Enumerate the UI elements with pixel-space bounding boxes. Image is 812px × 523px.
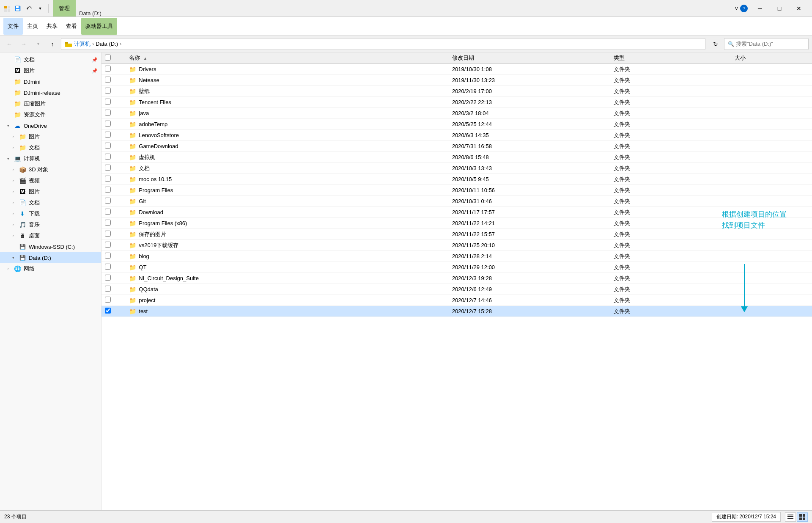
row-checkbox-cell[interactable]	[102, 119, 126, 130]
row-checkbox-cell[interactable]	[102, 64, 126, 75]
sidebar-item-pics[interactable]: 🖼 图片 📌	[0, 65, 101, 76]
row-checkbox-cell[interactable]	[102, 97, 126, 108]
table-row[interactable]: 📁 blog 2020/11/28 2:14 文件夹	[102, 251, 812, 262]
table-row[interactable]: 📁 NI_Circuit_Design_Suite 2020/12/3 19:2…	[102, 273, 812, 284]
row-checkbox-cell[interactable]	[102, 218, 126, 229]
row-checkbox[interactable]	[105, 209, 111, 215]
view-large-icons-btn[interactable]	[797, 512, 808, 522]
row-checkbox-cell[interactable]	[102, 86, 126, 97]
table-row[interactable]: 📁 壁纸 2020/2/19 17:00 文件夹	[102, 86, 812, 97]
row-checkbox[interactable]	[105, 198, 111, 204]
table-row[interactable]: 📁 adobeTemp 2020/5/25 12:44 文件夹	[102, 119, 812, 130]
search-input[interactable]	[736, 41, 805, 47]
sidebar-item-djmini-release[interactable]: 📁 DJmini-release	[0, 87, 101, 98]
row-checkbox-cell[interactable]	[102, 196, 126, 207]
sidebar-item-desktop[interactable]: › 🖥 桌面	[0, 230, 101, 241]
row-checkbox[interactable]	[105, 110, 111, 116]
row-checkbox-cell[interactable]	[102, 295, 126, 306]
table-row[interactable]: 📁 LenovoSoftstore 2020/6/3 14:35 文件夹	[102, 130, 812, 141]
refresh-btn[interactable]: ↻	[710, 38, 721, 50]
table-row[interactable]: 📁 Program Files 2020/10/11 10:56 文件夹	[102, 185, 812, 196]
sidebar-item-windows-ssd[interactable]: 💾 Windows-SSD (C:)	[0, 241, 101, 252]
table-row[interactable]: 📁 Netease 2019/11/30 13:23 文件夹	[102, 75, 812, 86]
row-checkbox[interactable]	[105, 242, 111, 248]
row-checkbox[interactable]	[105, 253, 111, 259]
sidebar-item-onedrive[interactable]: ▾ ☁ OneDrive	[0, 120, 101, 131]
col-header-checkbox[interactable]	[102, 52, 126, 64]
down-btn[interactable]: ▾	[32, 38, 44, 50]
col-header-type[interactable]: 类型	[610, 52, 731, 64]
table-row[interactable]: 📁 moc os 10.15 2020/10/5 9:45 文件夹	[102, 174, 812, 185]
row-checkbox-cell[interactable]	[102, 130, 126, 141]
sidebar-item-document[interactable]: › 📄 文档	[0, 197, 101, 208]
table-row[interactable]: 📁 Download 2020/11/17 17:57 文件夹	[102, 207, 812, 218]
path-drive[interactable]: Data (D:)	[96, 41, 118, 47]
row-checkbox[interactable]	[105, 154, 111, 160]
row-checkbox-cell[interactable]	[102, 273, 126, 284]
quick-access-save[interactable]	[13, 3, 23, 14]
view-details-btn[interactable]	[785, 512, 796, 522]
table-row[interactable]: 📁 QQdata 2020/12/6 12:49 文件夹	[102, 284, 812, 295]
search-box[interactable]: 🔍	[724, 38, 809, 50]
row-checkbox[interactable]	[105, 99, 111, 105]
row-checkbox[interactable]	[105, 220, 111, 226]
row-checkbox[interactable]	[105, 176, 111, 182]
row-checkbox[interactable]	[105, 132, 111, 138]
col-header-name[interactable]: 名称 ▲	[126, 52, 449, 64]
tab-manage[interactable]: 管理	[53, 0, 76, 17]
table-row[interactable]: 📁 Tencent Files 2020/2/22 22:13 文件夹	[102, 97, 812, 108]
row-checkbox[interactable]	[105, 187, 111, 193]
sidebar-item-resources[interactable]: 📁 资源文件	[0, 109, 101, 120]
row-checkbox[interactable]	[105, 77, 111, 83]
row-checkbox[interactable]	[105, 264, 111, 270]
table-row[interactable]: 📁 project 2020/12/7 14:46 文件夹	[102, 295, 812, 306]
row-checkbox-cell[interactable]	[102, 185, 126, 196]
row-checkbox-cell[interactable]	[102, 174, 126, 185]
row-checkbox-cell[interactable]	[102, 163, 126, 174]
row-checkbox[interactable]	[105, 308, 111, 314]
row-checkbox-cell[interactable]	[102, 108, 126, 119]
table-row[interactable]: 📁 Drivers 2019/10/30 1:08 文件夹	[102, 64, 812, 75]
close-btn[interactable]: ✕	[789, 0, 809, 17]
minimize-btn[interactable]: ─	[750, 0, 770, 17]
maximize-btn[interactable]: □	[770, 0, 789, 17]
table-row[interactable]: 📁 QT 2020/11/29 12:00 文件夹	[102, 262, 812, 273]
quick-access-undo[interactable]	[25, 3, 35, 14]
row-checkbox[interactable]	[105, 286, 111, 292]
row-checkbox-cell[interactable]	[102, 240, 126, 251]
qat-dropdown[interactable]: ▼	[36, 5, 44, 12]
sidebar-item-docs[interactable]: 📄 文档 📌	[0, 54, 101, 65]
sidebar-item-djmini[interactable]: 📁 DJmini	[0, 76, 101, 87]
row-checkbox-cell[interactable]	[102, 152, 126, 163]
ribbon-tab-view[interactable]: 查看	[62, 18, 81, 35]
ribbon-tab-share[interactable]: 共享	[42, 18, 62, 35]
ribbon-tab-home[interactable]: 主页	[23, 18, 42, 35]
sidebar-item-network[interactable]: › 🌐 网络	[0, 263, 101, 274]
col-header-date[interactable]: 修改日期	[449, 52, 610, 64]
row-checkbox-cell[interactable]	[102, 284, 126, 295]
sidebar-item-computer[interactable]: ▾ 💻 计算机	[0, 153, 101, 164]
table-row[interactable]: 📁 GameDownload 2020/7/31 16:58 文件夹	[102, 141, 812, 152]
up-btn[interactable]: ↑	[47, 38, 58, 50]
table-row[interactable]: 📁 java 2020/3/2 18:04 文件夹	[102, 108, 812, 119]
help-btn[interactable]: ∨ ?	[732, 0, 750, 17]
table-row[interactable]: 📁 虚拟机 2020/8/6 15:48 文件夹	[102, 152, 812, 163]
table-row[interactable]: 📁 文档 2020/10/3 13:43 文件夹	[102, 163, 812, 174]
sidebar-item-od-docs[interactable]: › 📁 文档	[0, 142, 101, 153]
row-checkbox[interactable]	[105, 121, 111, 127]
sidebar-item-downloads[interactable]: › ⬇ 下载	[0, 208, 101, 219]
row-checkbox-cell[interactable]	[102, 141, 126, 152]
back-btn[interactable]: ←	[3, 38, 15, 50]
row-checkbox[interactable]	[105, 143, 111, 149]
sidebar-item-video[interactable]: › 🎬 视频	[0, 175, 101, 186]
ribbon-tab-drive[interactable]: 驱动器工具	[81, 18, 117, 35]
row-checkbox-cell[interactable]	[102, 207, 126, 218]
row-checkbox[interactable]	[105, 66, 111, 72]
select-all-checkbox[interactable]	[105, 55, 111, 61]
row-checkbox-cell[interactable]	[102, 229, 126, 240]
row-checkbox[interactable]	[105, 297, 111, 303]
table-row[interactable]: 📁 vs2019下载缓存 2020/11/25 20:10 文件夹	[102, 240, 812, 251]
table-row[interactable]: 📁 保存的图片 2020/11/22 15:57 文件夹	[102, 229, 812, 240]
forward-btn[interactable]: →	[18, 38, 30, 50]
sidebar-item-data-d[interactable]: ▾ 💾 Data (D:)	[0, 252, 101, 263]
